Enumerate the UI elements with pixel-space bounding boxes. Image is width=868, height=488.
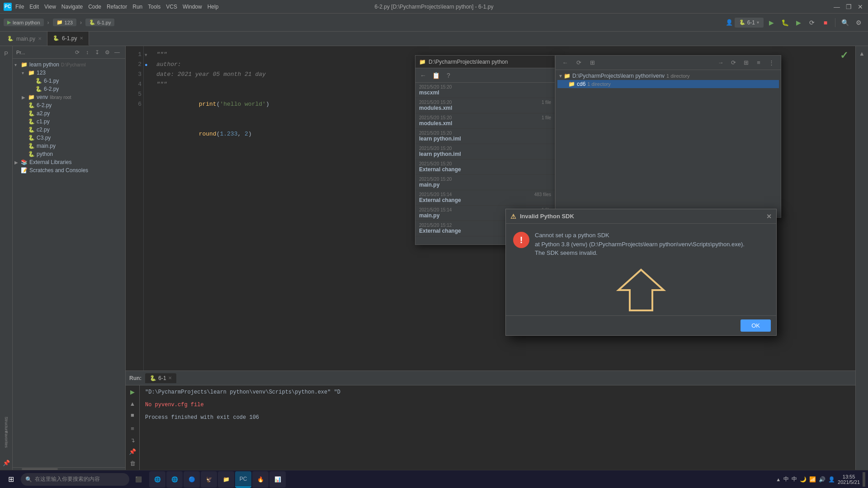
menu-view[interactable]: View [44,4,56,10]
menu-code[interactable]: Code [88,4,101,10]
menu-edit[interactable]: Edit [29,4,39,10]
run-start[interactable]: ▶ [127,387,137,397]
run-trash[interactable]: 🗑 [127,458,137,468]
tab-close-main[interactable]: ✕ [38,36,42,41]
filter-icon[interactable]: ↧ [93,48,102,57]
menu-bar[interactable]: File Edit View Navigate Code Refactor Ru… [15,4,218,10]
taskbar-bird[interactable]: 🦅 [201,471,217,488]
sdk-ok-button[interactable]: OK [741,319,771,332]
taskbar-fire[interactable]: 🔥 [252,471,269,488]
history-item-7[interactable]: 2021/5/20 15:14 483 files External chang… [415,190,555,206]
scrollbar-thumb[interactable] [22,468,58,470]
sdk-close-btn[interactable]: ✕ [766,213,772,220]
menu-file[interactable]: File [15,4,24,10]
tray-caret[interactable]: ▲ [776,477,781,482]
ft-expand[interactable]: ⊞ [586,57,598,69]
collapse-icon[interactable]: — [113,48,122,57]
sort-icon[interactable]: ↕ [83,48,92,57]
history-item-2[interactable]: 2021/5/20 15:20 1 file modules.xml [415,113,555,129]
ft-dots[interactable]: ⋮ [765,57,777,69]
tree-item-learn-python[interactable]: ▾ 📁 learn python D:\Pycharml [13,61,125,69]
tree-item-venv[interactable]: ▶ 📁 venv library root [13,93,125,101]
tree-item-c1-py[interactable]: 🐍 c1.py [13,117,125,126]
run-rerun[interactable]: ■ [127,410,137,420]
menu-help[interactable]: Help [208,4,219,10]
ft-right1[interactable]: → [715,57,726,69]
tray-speaker[interactable]: 🔊 [819,476,826,483]
tray-moon[interactable]: 🌙 [800,476,807,483]
taskbar-chrome[interactable]: 🔵 [184,471,200,488]
taskbar-ppt[interactable]: 📊 [269,471,286,488]
run-output[interactable]: "D:\PycharmProjects\learn python\venv\Sc… [140,385,855,470]
tree-item-main-py[interactable]: 🐍 main.py [13,142,125,150]
run-config[interactable]: 🐍 6-1 ▾ [735,18,764,28]
project-badge[interactable]: ▶ learn python [4,19,44,26]
breadcrumb-file[interactable]: 🐍 6-1.py [85,19,115,26]
tray-lang[interactable]: 中 [783,475,789,483]
ft-item-venv[interactable]: ▾ 📁 D:\PycharmProjects\learn python\venv… [557,72,779,80]
minimize-button[interactable]: — [833,3,841,11]
menu-window[interactable]: Window [183,4,202,10]
settings-button[interactable]: ⚙ [853,17,864,28]
pin-icon[interactable]: 📌 [1,457,12,468]
right-icon-1[interactable]: ▲ [857,48,868,59]
tab-6-1-py[interactable]: 🐍 6-1.py ✕ [47,32,89,46]
tree-item-c2-py[interactable]: 🐍 c2.py [13,126,125,134]
taskbar-ie[interactable]: 🌐 [166,471,183,488]
tab-close-6-1[interactable]: ✕ [80,36,83,41]
sync-icon[interactable]: ⟳ [73,48,82,57]
run-collapse[interactable]: ≡ [127,424,137,434]
run-pin[interactable]: 📌 [127,447,137,457]
tree-item-scratches[interactable]: 📝 Scratches and Consoles [13,166,125,174]
run-wrap[interactable]: ↴ [127,435,137,445]
maximize-button[interactable]: ❐ [844,3,853,11]
settings-icon[interactable]: ⚙ [103,48,112,57]
run-tab[interactable]: 🐍 6-1 ✕ [145,373,176,383]
run-tab-close[interactable]: ✕ [168,375,172,380]
run-button[interactable]: ▶ [765,17,777,28]
history-item-3[interactable]: 2021/5/20 15:20 learn python.iml [415,129,555,144]
show-desktop[interactable] [863,472,865,487]
taskbar-folder[interactable]: 📁 [218,471,234,488]
menu-run[interactable]: Run [132,4,142,10]
favorites-icon[interactable]: Favorites [1,434,12,445]
history-item-6[interactable]: 2021/5/20 15:20 main.py [415,175,555,190]
start-button[interactable]: ⊞ [3,472,19,487]
menu-vcs[interactable]: VCS [166,4,177,10]
coverage-button[interactable]: ▶ [793,17,804,28]
tree-item-6-2-py[interactable]: 🐍 6-2.py [13,101,125,109]
tray-input[interactable]: 中 [792,475,797,483]
ft-undo2[interactable]: ⟳ [727,57,739,69]
tray-wifi[interactable]: 📶 [809,476,816,483]
tree-item-external[interactable]: ▶ 📚 External Libraries [13,158,125,166]
breadcrumb-123[interactable]: 📁 123 [53,19,76,26]
menu-navigate[interactable]: Navigate [61,4,83,10]
run-stop[interactable]: ▲ [127,399,137,409]
ft-expand2[interactable]: ⊞ [740,57,752,69]
menu-refactor[interactable]: Refactor [107,4,127,10]
ft-back[interactable]: ← [559,57,571,69]
tree-item-a2-py[interactable]: 🐍 a2.py [13,109,125,117]
tree-item-6-1-py[interactable]: 🐍 6-1.py [13,77,125,85]
history-item-1[interactable]: 2021/5/20 15:20 1 file modules.xml [415,98,555,113]
taskbar-search[interactable]: 🔍 在这里输入你要搜索的内容 [21,473,129,486]
tray-user[interactable]: 👤 [828,476,835,483]
tree-item-123[interactable]: ▾ 📁 123 [13,69,125,77]
history-item-4[interactable]: 2021/5/20 15:20 learn python.iml [415,144,555,160]
tree-item-6-2-py-inner[interactable]: 🐍 6-2.py [13,85,125,93]
hist-forward[interactable]: 📋 [430,70,442,81]
hist-back[interactable]: ← [417,70,429,81]
search-button[interactable]: 🔍 [839,17,851,28]
history-item-0[interactable]: 2021/5/20 15:20 mscxml [415,83,555,98]
hist-help[interactable]: ? [443,70,454,81]
ft-menu[interactable]: ≡ [753,57,764,69]
ft-item-cd6[interactable]: 📁 cd6 1 directory [557,80,779,88]
tree-item-python[interactable]: 🐍 python [13,150,125,158]
ft-undo[interactable]: ⟳ [573,57,585,69]
tab-main-py[interactable]: 🐍 main.py ✕ [2,32,47,46]
stop-button[interactable]: ■ [820,17,831,28]
menu-tools[interactable]: Tools [148,4,160,10]
project-icon-btn[interactable]: P [1,48,12,59]
debug-button[interactable]: 🐛 [779,17,791,28]
taskbar-edge[interactable]: 🌐 [149,471,165,488]
